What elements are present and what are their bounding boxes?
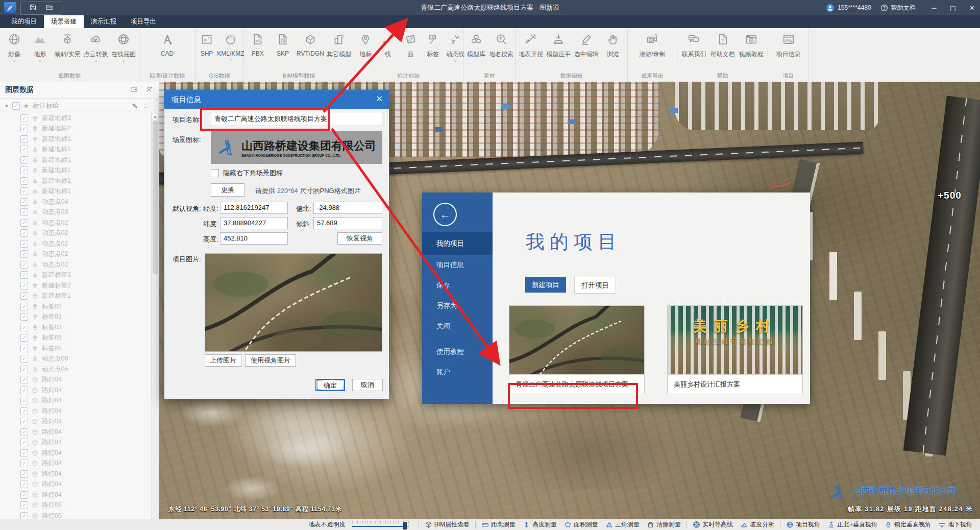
- layer-checkbox[interactable]: ✓: [20, 376, 28, 383]
- layer-item[interactable]: ✓路灯04: [0, 459, 152, 469]
- layer-checkbox[interactable]: ✓: [20, 501, 28, 509]
- statusbar-tool-north[interactable]: 正北+垂直视角: [827, 520, 877, 529]
- layer-item[interactable]: ✓路灯04: [0, 490, 152, 500]
- ribbon-button-file[interactable]: FBX: [247, 32, 269, 62]
- ribbon-button-lineic[interactable]: 线: [377, 32, 399, 63]
- layer-item[interactable]: ✓路灯04: [0, 417, 152, 427]
- layer-item[interactable]: ✓路灯04: [0, 448, 152, 459]
- checkbox-icon[interactable]: [211, 169, 219, 177]
- ribbon-button-rvt[interactable]: RVT/DGN: [297, 32, 324, 62]
- layer-item[interactable]: ✓新建地标1: [0, 176, 152, 186]
- layer-item[interactable]: ✓新建地标1: [0, 155, 152, 165]
- layer-item[interactable]: ✓新建地标3: [0, 113, 152, 124]
- layer-checkbox[interactable]: ✓: [20, 418, 28, 425]
- projects-nav-item[interactable]: 关闭: [422, 316, 493, 336]
- maximize-button[interactable]: ▢: [950, 4, 956, 12]
- tilt-input[interactable]: 57.689: [313, 217, 382, 229]
- layer-checkbox[interactable]: ✓: [20, 512, 28, 519]
- ribbon-button-shovel[interactable]: 地表开挖: [519, 32, 543, 63]
- layer-checkbox[interactable]: ✓: [20, 470, 28, 478]
- hide-icon-checkbox[interactable]: 隐藏右下角场景图标: [211, 168, 283, 178]
- project-card[interactable]: 青银二广高速公路太原联络线项目方案: [509, 305, 645, 394]
- layer-checkbox[interactable]: ✓: [20, 135, 28, 143]
- layer-item[interactable]: ✓新建地标1: [0, 165, 152, 176]
- projects-nav-item[interactable]: 项目信息: [422, 255, 493, 275]
- layer-checkbox[interactable]: ✓: [20, 261, 28, 269]
- statusbar-tool-underground[interactable]: 地下视角: [938, 520, 972, 529]
- lng-input[interactable]: 112.816219247: [220, 202, 288, 214]
- statusbar-tool-bim[interactable]: BIM属性查看: [425, 520, 470, 529]
- layer-item[interactable]: ✓路灯04: [0, 375, 152, 386]
- layer-checkbox[interactable]: ✓: [20, 208, 28, 216]
- ribbon-button-cloud[interactable]: 点云转换˅: [84, 32, 108, 63]
- ribbon-button-cad[interactable]: CAD: [156, 32, 179, 62]
- layer-item[interactable]: ✓路灯04: [0, 469, 152, 479]
- layer-checkbox[interactable]: ✓: [20, 407, 28, 415]
- layer-item[interactable]: ✓动态点02: [0, 218, 152, 228]
- layer-checkbox[interactable]: ✓: [20, 250, 28, 258]
- layer-checkbox[interactable]: ✓: [20, 219, 28, 227]
- layer-item[interactable]: ✓标签05: [0, 333, 152, 344]
- edit-icon[interactable]: ✎: [132, 102, 138, 110]
- ribbon-button-searchplace[interactable]: 地名搜索: [489, 32, 513, 63]
- tab-4[interactable]: 项目导出: [124, 15, 163, 28]
- layer-checkbox[interactable]: ✓: [20, 282, 28, 290]
- dialog-close-icon[interactable]: ✕: [376, 90, 383, 109]
- layer-item[interactable]: ✓路灯05: [0, 500, 152, 511]
- back-button[interactable]: ←: [433, 203, 457, 226]
- layer-checkbox[interactable]: ✓: [20, 449, 28, 457]
- project-card-caption[interactable]: 青银二广高速公路太原联络线项目方案: [509, 374, 644, 394]
- layer-checkbox[interactable]: ✓: [20, 428, 28, 436]
- ribbon-button-mountain[interactable]: 地形˅: [29, 32, 51, 63]
- layer-item[interactable]: ✓标签02: [0, 301, 152, 312]
- upload-image-button[interactable]: 上传图片: [205, 354, 241, 367]
- layer-checkbox[interactable]: ✓: [20, 156, 28, 164]
- statusbar-tool-heightm[interactable]: 高度测量: [523, 520, 557, 529]
- layer-item[interactable]: ✓标签01: [0, 312, 152, 323]
- layer-checkbox[interactable]: ✓: [20, 397, 28, 404]
- layer-checkbox[interactable]: ✓: [20, 146, 28, 153]
- layer-checkbox[interactable]: ✓: [20, 187, 28, 195]
- add-marker-icon[interactable]: [145, 85, 154, 95]
- close-button[interactable]: ✕: [969, 4, 975, 12]
- layer-checkbox[interactable]: ✓: [20, 229, 28, 237]
- layer-checkbox[interactable]: ✓: [20, 439, 28, 446]
- ribbon-button-kml[interactable]: KMLKML/KMZ˅: [218, 32, 243, 62]
- layer-checkbox[interactable]: ✓: [20, 345, 28, 352]
- ribbon-button-helpdoc[interactable]: ?帮助文档: [710, 32, 735, 63]
- layer-item[interactable]: ✓路灯04: [0, 406, 152, 417]
- layer-item[interactable]: ✓路灯05: [0, 511, 152, 519]
- new-project-button[interactable]: 新建项目: [525, 277, 566, 293]
- layer-item[interactable]: ✓路灯04: [0, 479, 152, 490]
- ribbon-button-othermodel[interactable]: T其它模型: [327, 32, 351, 63]
- layer-item[interactable]: ✓新建地标1: [0, 134, 152, 144]
- statusbar-tool-area[interactable]: 面积测量: [564, 520, 598, 529]
- layer-item[interactable]: ✓动态点02: [0, 228, 152, 239]
- ribbon-button-flatten[interactable]: 模型压平: [546, 32, 571, 63]
- tab-1[interactable]: 我的项目: [4, 15, 44, 28]
- ribbon-button-video[interactable]: 视频教程: [739, 32, 764, 63]
- root-checkbox[interactable]: ✓: [12, 102, 20, 110]
- layer-checkbox[interactable]: ✓: [20, 366, 28, 373]
- ribbon-button-tiltbox[interactable]: 倾斜/实景: [54, 32, 80, 63]
- replace-button[interactable]: 更换: [211, 183, 244, 197]
- scroll-up-icon[interactable]: ▲: [152, 113, 159, 121]
- ribbon-button-projinfo[interactable]: Logo项目信息: [776, 32, 801, 63]
- layer-checkbox[interactable]: ✓: [20, 355, 28, 363]
- tab-3[interactable]: 演示汇报: [84, 15, 124, 28]
- layer-checkbox[interactable]: ✓: [20, 313, 28, 321]
- layer-item[interactable]: ✓动态点02: [0, 259, 152, 270]
- use-view-image-button[interactable]: 使用视角图片: [245, 354, 296, 367]
- scrollbar-thumb[interactable]: [153, 121, 158, 274]
- tab-2[interactable]: 场景搭建: [44, 15, 84, 28]
- sidebar-scrollbar[interactable]: ▲: [151, 113, 159, 519]
- layer-item[interactable]: ✓动态点04: [0, 197, 152, 207]
- layer-item[interactable]: ✓动态点02: [0, 238, 152, 249]
- layer-checkbox[interactable]: ✓: [20, 240, 28, 248]
- height-input[interactable]: 452.810: [220, 232, 288, 245]
- project-card-caption[interactable]: 美丽乡村设计汇报方案: [668, 374, 802, 394]
- add-folder-icon[interactable]: [130, 85, 138, 95]
- layer-item[interactable]: ✓新建地标1: [0, 144, 152, 155]
- statusbar-tool-distance[interactable]: 距离测量: [481, 520, 516, 529]
- projects-nav-item[interactable]: 账户: [422, 362, 493, 382]
